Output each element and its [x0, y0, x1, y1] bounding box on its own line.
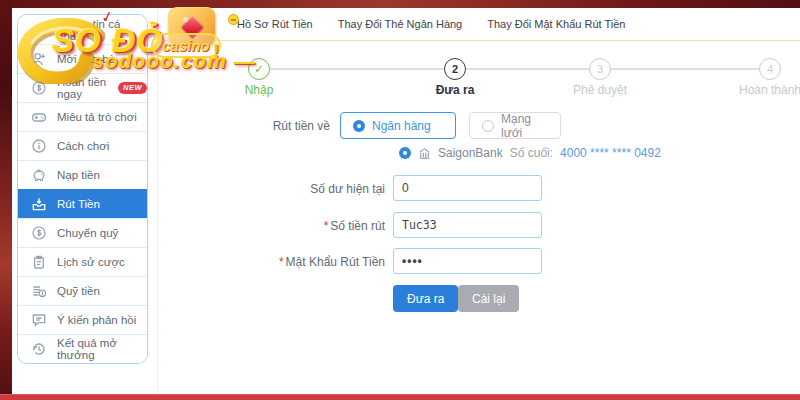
sidebar-item-withdraw[interactable]: Rút Tiền — [18, 189, 147, 218]
card-tail-label: Số cuối: — [510, 146, 553, 160]
user-icon — [31, 22, 47, 38]
gamepad-icon — [31, 109, 47, 125]
results-icon — [31, 341, 47, 357]
step-3-circle: 3 — [589, 58, 611, 80]
option-bank[interactable]: Ngân hàng — [340, 112, 456, 139]
sidebar-item-label: Nạp tiền — [57, 169, 100, 181]
radio-selected-icon — [353, 120, 365, 132]
sidebar-item-label: Mời bạn bè — [57, 53, 115, 65]
password-label-text: Mật Khẩu Rút Tiền — [286, 255, 385, 269]
sidebar-item-label: Chuyển quỹ — [57, 227, 118, 239]
stepper-line-2 — [466, 68, 589, 70]
sidebar-item-personal-info[interactable]: Thông tin cá nhân — [18, 15, 147, 44]
sidebar-item-draw-results[interactable]: Kết quả mở thưởng — [18, 334, 147, 363]
balance-label-text: Số dư hiện tại — [310, 182, 385, 196]
withdraw-page: Thông tin cá nhân Mời bạn bè Hoàn tiền n… — [0, 0, 800, 400]
tab-change-withdraw-password[interactable]: Thay Đổi Mật Khẩu Rút Tiền — [487, 18, 625, 30]
new-badge: NEW — [118, 82, 147, 94]
sidebar-item-bet-history[interactable]: Lịch sử cược — [18, 247, 147, 276]
sidebar-item-label: Thông tin cá nhân — [57, 18, 147, 42]
option-network[interactable]: Mạng lưới — [469, 112, 561, 139]
bet-history-icon — [31, 254, 47, 270]
withdraw-password-input[interactable] — [393, 248, 542, 274]
sidebar-item-invite-friends[interactable]: Mời bạn bè — [18, 44, 147, 73]
submit-button[interactable]: Đưa ra — [393, 285, 458, 312]
step-1-circle: ✓ — [248, 58, 270, 80]
step-1-mark: ✓ — [254, 62, 264, 76]
brand-exclamation: ! — [213, 40, 219, 62]
vertical-divider — [157, 8, 158, 394]
step-4-mark: 4 — [767, 63, 773, 75]
sidebar-item-label: Hoàn tiền ngay — [57, 76, 113, 100]
user-plus-icon — [31, 51, 47, 67]
radio-selected-icon — [399, 147, 411, 159]
tab-withdraw-profile[interactable]: Hồ Sơ Rút Tiền — [237, 18, 313, 30]
step-2-mark: 2 — [452, 63, 458, 75]
bank-account-row[interactable]: SaigonBank Số cuối: 4000 **** **** 0492 — [399, 146, 661, 160]
sidebar-item-money-fund[interactable]: Quỹ tiền — [18, 276, 147, 305]
funds-icon — [31, 283, 47, 299]
refund-icon — [31, 80, 47, 96]
top-tabbar: Hồ Sơ Rút Tiền Thay Đổi Thẻ Ngân Hàng Th… — [158, 8, 800, 41]
step-3-label: Phê duyệt — [573, 83, 627, 97]
step-3-mark: 3 — [597, 63, 603, 75]
feedback-icon — [31, 312, 47, 328]
step-4-label: Hoàn thành — [739, 83, 800, 97]
tab-change-bank-card[interactable]: Thay Đổi Thẻ Ngân Hàng — [338, 18, 463, 30]
amount-label: *Số tiền rút — [205, 219, 385, 233]
withdraw-to-label: Rút tiền về — [180, 119, 330, 133]
transfer-icon — [31, 225, 47, 241]
background-left-strip — [0, 0, 12, 400]
info-icon — [31, 138, 47, 154]
sidebar-menu: Thông tin cá nhân Mời bạn bè Hoàn tiền n… — [17, 14, 148, 364]
option-bank-label: Ngân hàng — [372, 119, 431, 133]
sidebar-item-feedback[interactable]: Ý kiến phản hồi — [18, 305, 147, 334]
balance-label: Số dư hiện tại — [205, 182, 385, 196]
sidebar-item-deposit[interactable]: Nạp tiền — [18, 160, 147, 189]
password-label: *Mật Khẩu Rút Tiền — [205, 255, 385, 269]
option-network-label: Mạng lưới — [501, 112, 548, 140]
withdraw-icon — [31, 196, 47, 212]
sidebar-item-label: Lịch sử cược — [57, 256, 125, 268]
balance-input[interactable] — [393, 175, 542, 201]
sidebar-item-label: Miêu tả trò chơi — [57, 111, 137, 123]
sidebar-item-instant-refund[interactable]: Hoàn tiền ngay NEW — [18, 73, 147, 102]
deposit-icon — [31, 167, 47, 183]
sidebar-item-label: Rút Tiền — [57, 198, 100, 210]
reset-button[interactable]: Cài lại — [458, 285, 519, 312]
background-bottom-strip — [0, 394, 800, 400]
amount-input[interactable] — [393, 212, 542, 238]
amount-label-text: Số tiền rút — [330, 219, 385, 233]
stepper-line-1 — [270, 68, 444, 70]
required-asterisk: * — [324, 219, 329, 233]
step-2-circle: 2 — [444, 58, 466, 80]
bank-name: SaigonBank — [438, 146, 503, 160]
sidebar-item-transfer-funds[interactable]: Chuyển quỹ — [18, 218, 147, 247]
sidebar-item-game-description[interactable]: Miêu tả trò chơi — [18, 102, 147, 131]
stepper-line-3 — [611, 68, 759, 70]
sidebar-item-label: Quỹ tiền — [57, 285, 100, 297]
sidebar-item-how-to-play[interactable]: Cách chơi — [18, 131, 147, 160]
card-tail-value: 4000 **** **** 0492 — [560, 146, 661, 160]
radio-unselected-icon — [482, 120, 494, 132]
step-4-circle: 4 — [759, 58, 781, 80]
sidebar-item-label: Kết quả mở thưởng — [57, 337, 147, 361]
step-1-label: Nhập — [245, 83, 274, 97]
bank-icon — [418, 147, 431, 160]
step-2-label: Đưa ra — [436, 83, 475, 97]
sidebar-item-label: Cách chơi — [57, 140, 109, 152]
sidebar-item-label: Ý kiến phản hồi — [57, 314, 136, 326]
required-asterisk: * — [279, 255, 284, 269]
background-top-strip — [0, 0, 800, 8]
